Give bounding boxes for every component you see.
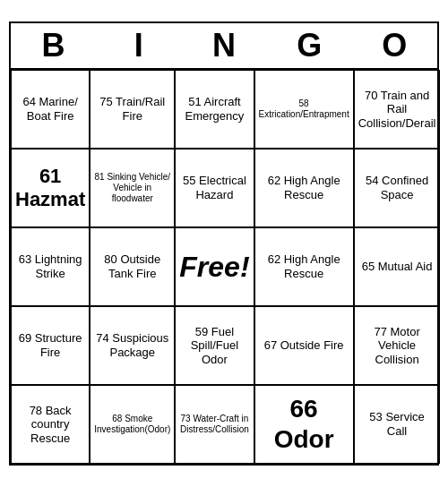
- cell-text-r4c2: 73 Water-Craft in Distress/Collision: [179, 414, 249, 435]
- cell-text-r3c3: 67 Outside Fire: [264, 338, 344, 353]
- cell-r1c0: 61 Hazmat: [11, 149, 90, 227]
- cell-r2c3: 62 High Angle Rescue: [254, 227, 354, 306]
- cell-r0c3: 58 Extrication/Entrapment: [254, 70, 354, 149]
- cell-text-r4c4: 53 Service Call: [358, 410, 436, 438]
- cell-r1c1: 81 Sinking Vehicle/ Vehicle in floodwate…: [90, 149, 175, 227]
- cell-text-r2c4: 65 Mutual Aid: [362, 260, 433, 274]
- cell-r1c4: 54 Confined Space: [354, 149, 441, 227]
- cell-r0c1: 75 Train/Rail Fire: [90, 70, 175, 149]
- cell-r3c3: 67 Outside Fire: [254, 306, 354, 385]
- cell-r3c4: 77 Motor Vehicle Collision: [354, 306, 441, 385]
- cell-text-r0c3: 58 Extrication/Entrapment: [259, 98, 349, 120]
- cell-text-r1c0: 61 Hazmat: [15, 165, 85, 212]
- cell-text-r3c0: 69 Structure Fire: [15, 331, 85, 359]
- cell-text-r0c2: 51 Aircraft Emergency: [179, 95, 249, 123]
- cell-r0c2: 51 Aircraft Emergency: [175, 70, 254, 149]
- cell-r1c2: 55 Electrical Hazard: [175, 149, 254, 227]
- cell-r4c4: 53 Service Call: [354, 385, 441, 464]
- bingo-header: BINGO: [11, 23, 437, 70]
- header-letter-n: N: [188, 27, 260, 64]
- cell-text-r3c2: 59 Fuel Spill/Fuel Odor: [179, 325, 249, 367]
- cell-text-r4c1: 68 Smoke Investigation(Odor): [94, 414, 170, 435]
- cell-r2c1: 80 Outside Tank Fire: [90, 227, 175, 306]
- cell-text-r1c4: 54 Confined Space: [358, 174, 436, 201]
- cell-r3c2: 59 Fuel Spill/Fuel Odor: [175, 306, 254, 385]
- cell-r4c3: 66 Odor: [254, 385, 354, 464]
- cell-r4c0: 78 Back country Rescue: [11, 385, 90, 464]
- cell-r3c0: 69 Structure Fire: [11, 306, 90, 385]
- cell-text-r1c2: 55 Electrical Hazard: [179, 174, 249, 201]
- cell-r0c4: 70 Train and Rail Collision/Derail: [354, 70, 441, 149]
- cell-text-r2c3: 62 High Angle Rescue: [259, 252, 349, 280]
- cell-text-r4c0: 78 Back country Rescue: [15, 404, 85, 446]
- cell-text-r4c3: 66 Odor: [259, 394, 349, 454]
- cell-r2c4: 65 Mutual Aid: [354, 227, 441, 306]
- cell-text-r3c4: 77 Motor Vehicle Collision: [358, 325, 436, 367]
- cell-r1c3: 62 High Angle Rescue: [254, 149, 354, 227]
- cell-text-r2c0: 63 Lightning Strike: [15, 252, 85, 280]
- header-letter-o: O: [358, 27, 430, 64]
- cell-text-r1c1: 81 Sinking Vehicle/ Vehicle in floodwate…: [94, 172, 170, 204]
- header-letter-i: I: [103, 27, 175, 64]
- header-letter-g: G: [273, 27, 345, 64]
- cell-r0c0: 64 Marine/ Boat Fire: [11, 70, 90, 149]
- cell-text-r0c1: 75 Train/Rail Fire: [94, 95, 170, 123]
- cell-text-r0c4: 70 Train and Rail Collision/Derail: [358, 89, 436, 131]
- cell-r2c2: Free!: [175, 227, 254, 306]
- cell-text-r2c1: 80 Outside Tank Fire: [94, 252, 170, 280]
- bingo-card: BINGO 64 Marine/ Boat Fire75 Train/Rail …: [9, 21, 439, 466]
- cell-text-r3c1: 74 Suspicious Package: [94, 331, 170, 359]
- cell-r2c0: 63 Lightning Strike: [11, 227, 90, 306]
- cell-text-r2c2: Free!: [179, 250, 249, 284]
- cell-r4c1: 68 Smoke Investigation(Odor): [90, 385, 175, 464]
- cell-r3c1: 74 Suspicious Package: [90, 306, 175, 385]
- cell-r4c2: 73 Water-Craft in Distress/Collision: [175, 385, 254, 464]
- bingo-grid: 64 Marine/ Boat Fire75 Train/Rail Fire51…: [11, 70, 437, 464]
- cell-text-r1c3: 62 High Angle Rescue: [259, 174, 349, 201]
- cell-text-r0c0: 64 Marine/ Boat Fire: [15, 95, 85, 123]
- header-letter-b: B: [18, 27, 90, 64]
